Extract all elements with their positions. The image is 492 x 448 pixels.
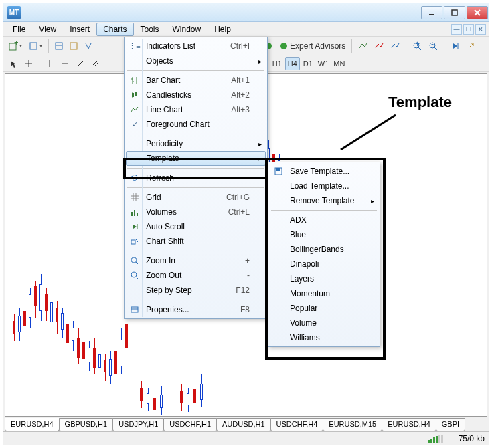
svg-rect-7 <box>56 43 62 49</box>
candlestick-icon <box>129 89 141 101</box>
channel-button[interactable] <box>88 57 103 70</box>
svg-text:+: + <box>14 41 18 47</box>
status-bar: 75/0 kb <box>3 431 489 445</box>
template-item-dinapoli[interactable]: Dinapoli <box>270 257 378 271</box>
menu-line-chart[interactable]: Line ChartAlt+3 <box>126 102 266 117</box>
timeframe-h1[interactable]: H1 <box>270 57 284 70</box>
status-traffic: 75/0 kb <box>459 434 485 443</box>
menu-periodicity[interactable]: Periodicity▸ <box>126 136 266 151</box>
chart-tab[interactable]: EURUSD,H4 <box>5 418 60 431</box>
crosshair-button[interactable] <box>21 57 36 70</box>
minimize-button[interactable] <box>421 6 442 19</box>
close-button[interactable] <box>467 6 488 19</box>
menubar: File View Insert Charts Tools Window Hel… <box>3 22 489 37</box>
template-item-williams[interactable]: Williams <box>270 330 378 345</box>
mdi-restore-button[interactable]: ❐ <box>463 24 474 35</box>
zoom-in-button[interactable]: + <box>410 39 424 53</box>
chart-tab[interactable]: AUDUSD,H1 <box>216 418 271 431</box>
svg-line-24 <box>78 61 83 66</box>
timeframe-d1[interactable]: D1 <box>301 57 315 70</box>
timeframe-h4[interactable]: H4 <box>285 57 300 70</box>
menu-chart-shift[interactable]: Chart Shift <box>126 234 266 249</box>
menu-auto-scroll[interactable]: Auto Scroll <box>126 219 266 234</box>
svg-line-40 <box>136 262 138 264</box>
menu-properties[interactable]: Properties...F8 <box>126 302 266 317</box>
save-template-icon <box>272 165 284 177</box>
menu-candlesticks[interactable]: CandlesticksAlt+2 <box>126 88 266 102</box>
menu-remove-template[interactable]: Remove Template▸ <box>270 193 378 208</box>
template-item-blue[interactable]: Blue <box>270 227 378 242</box>
shift-end-button[interactable] <box>448 39 463 53</box>
template-item-momentum[interactable]: Momentum <box>270 286 378 301</box>
menu-volumes[interactable]: VolumesCtrl+L <box>126 205 266 219</box>
market-watch-button[interactable] <box>52 39 66 53</box>
menu-tools[interactable]: Tools <box>134 23 166 36</box>
cursor-button[interactable] <box>6 57 21 70</box>
menu-refresh[interactable]: Refresh <box>126 171 266 185</box>
template-item-volume[interactable]: Volume <box>270 316 378 330</box>
indicator-3-button[interactable] <box>388 39 402 53</box>
chart-tab[interactable]: USDJPY,H1 <box>112 418 164 431</box>
timeframe-w1[interactable]: W1 <box>316 57 331 70</box>
trendline-button[interactable] <box>73 57 88 70</box>
zoom-out-button[interactable]: - <box>426 39 440 53</box>
svg-line-42 <box>136 277 138 279</box>
menu-indicators-list[interactable]: ⋮≡Indicators ListCtrl+I <box>126 39 266 53</box>
menu-step-by-step[interactable]: Step by StepF12 <box>126 283 266 298</box>
menu-load-template[interactable]: Load Template... <box>270 179 378 193</box>
menu-view[interactable]: View <box>32 23 63 36</box>
menu-foreground-chart[interactable]: ✓Foreground Chart <box>126 117 266 132</box>
template-item-adx[interactable]: ADX <box>270 213 378 227</box>
new-chart-button[interactable]: +▾ <box>6 39 25 53</box>
svg-point-39 <box>131 257 137 263</box>
svg-rect-35 <box>134 210 135 216</box>
mdi-minimize-button[interactable]: — <box>451 24 462 35</box>
menu-help[interactable]: Help <box>208 23 238 36</box>
chart-tab[interactable]: EURUSD,M15 <box>323 418 382 431</box>
svg-text:-: - <box>431 41 434 49</box>
menu-save-template[interactable]: Save Template... <box>270 164 378 179</box>
mdi-close-button[interactable]: ✕ <box>475 24 486 35</box>
template-submenu: Save Template... Load Template... Remove… <box>268 162 380 347</box>
menu-charts[interactable]: Charts <box>96 23 133 36</box>
chart-tab[interactable]: GBPI <box>436 418 465 431</box>
autoscroll-icon <box>129 221 141 233</box>
svg-rect-38 <box>131 240 135 244</box>
template-item-popular[interactable]: Popular <box>270 301 378 316</box>
svg-rect-9 <box>70 43 77 49</box>
menu-zoom-in[interactable]: Zoom In+ <box>126 253 266 268</box>
expert-advisors-button[interactable]: Expert Advisors <box>277 39 348 53</box>
navigator-button[interactable] <box>82 39 95 53</box>
menu-objects[interactable]: Objects▸ <box>126 53 266 68</box>
menu-zoom-out[interactable]: Zoom Out- <box>126 268 266 283</box>
svg-rect-36 <box>137 213 138 216</box>
menu-file[interactable]: File <box>6 23 32 36</box>
template-item-bollingerbands[interactable]: BollingerBands <box>270 242 378 257</box>
chart-tab[interactable]: USDCHF,H4 <box>270 418 324 431</box>
chartshift-icon <box>129 235 141 247</box>
menu-template[interactable]: Template▸ <box>126 151 266 166</box>
timeframe-mn[interactable]: MN <box>331 57 347 70</box>
chart-tabs: EURUSD,H4GBPUSD,H1USDJPY,H1USDCHF,H1AUDU… <box>3 417 489 431</box>
data-window-button[interactable] <box>67 39 80 53</box>
app-icon: MT <box>7 6 21 19</box>
menu-window[interactable]: Window <box>166 23 208 36</box>
refresh-icon <box>129 172 141 184</box>
svg-rect-1 <box>452 10 457 15</box>
menu-bar-chart[interactable]: Bar ChartAlt+1 <box>126 73 266 88</box>
grid-icon <box>129 191 141 203</box>
chart-tab[interactable]: EURUSD,H4 <box>382 418 436 431</box>
menu-grid[interactable]: GridCtrl+G <box>126 190 266 205</box>
hline-button[interactable] <box>58 57 72 70</box>
profile-button[interactable]: ▾ <box>26 39 45 53</box>
maximize-button[interactable] <box>444 6 465 19</box>
annotation-arrow-icon <box>338 112 398 152</box>
auto-scroll-button[interactable] <box>464 39 479 53</box>
menu-insert[interactable]: Insert <box>63 23 96 36</box>
chart-tab[interactable]: GBPUSD,H1 <box>59 418 114 431</box>
chart-tab[interactable]: USDCHF,H1 <box>163 418 217 431</box>
indicator-2-button[interactable] <box>372 39 386 53</box>
vline-button[interactable] <box>42 57 57 70</box>
indicator-1-button[interactable] <box>355 39 370 53</box>
template-item-layers[interactable]: Layers <box>270 271 378 286</box>
